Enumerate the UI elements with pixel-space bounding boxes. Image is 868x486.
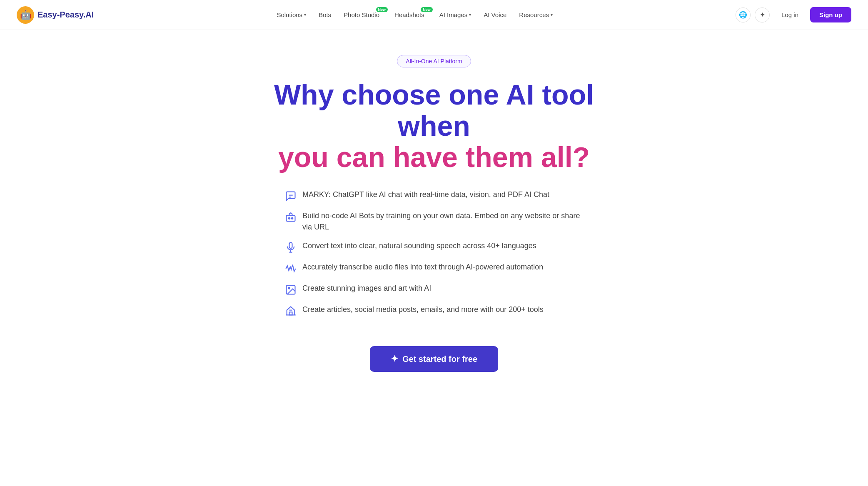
theme-toggle-icon[interactable]: ✦: [755, 7, 770, 22]
nav-actions: 🌐 ✦ Log in Sign up: [736, 7, 851, 22]
feature-item: Convert text into clear, natural soundin…: [284, 240, 584, 254]
svg-rect-6: [289, 243, 292, 249]
star-icon: ✦: [391, 354, 398, 364]
logo-icon: 🤖: [17, 6, 34, 24]
bot-icon: [284, 211, 297, 224]
nav-headshots[interactable]: Headshots New: [389, 8, 432, 22]
feature-item: Create stunning images and art with AI: [284, 283, 584, 297]
signup-button[interactable]: Sign up: [810, 7, 851, 22]
language-icon[interactable]: 🌐: [736, 7, 751, 22]
feature-item: Accurately transcribe audio files into t…: [284, 262, 584, 275]
headshots-badge: New: [421, 7, 433, 12]
nav-solutions[interactable]: Solutions ▾: [272, 8, 311, 22]
svg-point-3: [289, 218, 290, 219]
svg-point-4: [292, 218, 293, 219]
nav-ai-images[interactable]: AI Images ▾: [434, 8, 476, 22]
svg-point-10: [288, 288, 290, 289]
hero-badge: All-In-One AI Platform: [397, 55, 471, 67]
photo-studio-badge: New: [376, 7, 388, 12]
login-button[interactable]: Log in: [774, 8, 806, 22]
feature-item: Build no-code AI Bots by training on you…: [284, 210, 584, 233]
nav-ai-voice[interactable]: AI Voice: [479, 8, 511, 22]
nav-links: Solutions ▾ Bots Photo Studio New Headsh…: [272, 8, 558, 22]
svg-rect-11: [289, 312, 292, 315]
feature-item: Create articles, social media posts, ema…: [284, 304, 584, 318]
nav-photo-studio[interactable]: Photo Studio New: [339, 8, 387, 22]
chat-icon: [284, 189, 297, 203]
brand-name: Easy-Peasy.AI: [37, 10, 94, 20]
navbar: 🤖 Easy-Peasy.AI Solutions ▾ Bots Photo S…: [0, 0, 868, 30]
logo-area: 🤖 Easy-Peasy.AI: [17, 6, 94, 24]
nav-resources[interactable]: Resources ▾: [514, 8, 558, 22]
chevron-down-icon: ▾: [304, 12, 306, 17]
svg-rect-2: [287, 216, 295, 222]
image-icon: [284, 283, 297, 297]
tools-icon: [284, 304, 297, 318]
feature-item: MARKY: ChatGPT like AI chat with real-ti…: [284, 189, 584, 203]
mic-icon: [284, 241, 297, 254]
hero-section: All-In-One AI Platform Why choose one AI…: [247, 30, 621, 389]
chevron-down-icon: ▾: [551, 12, 553, 17]
cta-button[interactable]: ✦ Get started for free: [370, 346, 498, 372]
wave-icon: [284, 262, 297, 275]
chevron-down-icon: ▾: [469, 12, 471, 17]
feature-list: MARKY: ChatGPT like AI chat with real-ti…: [284, 189, 584, 325]
nav-bots[interactable]: Bots: [314, 8, 336, 22]
hero-title: Why choose one AI tool when you can have…: [263, 79, 605, 172]
